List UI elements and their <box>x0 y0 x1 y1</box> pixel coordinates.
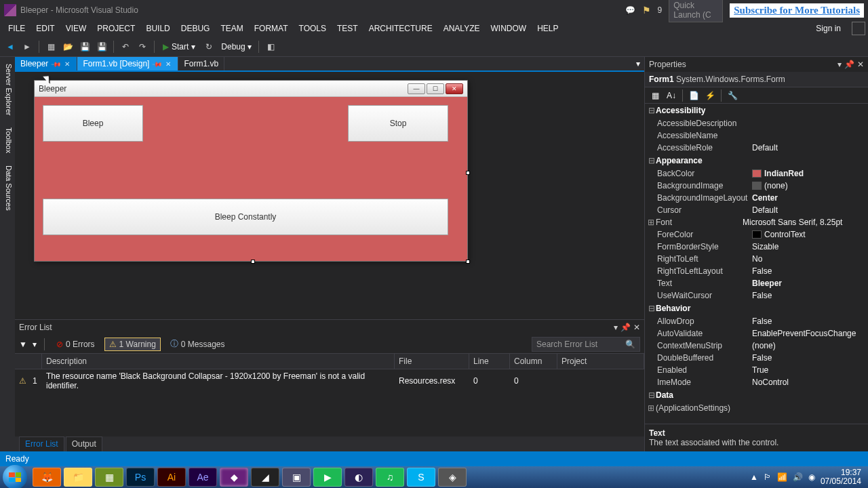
taskbar-eclipse-icon[interactable]: ◐ <box>344 468 373 487</box>
pin-icon[interactable]: 📌 <box>152 58 163 69</box>
filter-messages[interactable]: ⓘ 0 Messages <box>166 337 229 351</box>
error-list-row[interactable]: ⚠ 1 The resource name 'Black Background … <box>15 369 644 392</box>
chevron-down-icon[interactable]: ▾ <box>614 323 618 332</box>
redo-button[interactable]: ↷ <box>135 39 150 54</box>
bottom-tab-error-list[interactable]: Error List <box>19 436 64 451</box>
button-bleep[interactable]: Bleep <box>43 105 143 142</box>
filter-warnings[interactable]: ⚠ 1 Warning <box>104 338 161 351</box>
pin-icon[interactable]: 📌 <box>844 60 854 69</box>
notifications-flag-icon[interactable]: ⚑ <box>642 5 651 16</box>
sign-in-link[interactable]: Sign in <box>810 21 846 36</box>
tab-bleeper[interactable]: Bleeper 📌 ✕ <box>15 57 77 70</box>
tray-icon[interactable]: ◉ <box>808 472 815 482</box>
action-center-icon[interactable]: 🏳 <box>764 472 772 482</box>
undo-button[interactable]: ↶ <box>118 39 133 54</box>
tab-server-explorer[interactable]: Server Explorer <box>0 60 15 119</box>
bottom-tab-output[interactable]: Output <box>66 436 102 451</box>
menu-analyze[interactable]: ANALYZE <box>438 21 486 36</box>
category-data[interactable]: ⊟Data <box>645 388 868 402</box>
taskbar-app2-icon[interactable]: ◈ <box>438 468 467 487</box>
menu-view[interactable]: VIEW <box>60 21 92 36</box>
property-pages-button[interactable]: 🔧 <box>725 89 740 102</box>
menu-file[interactable]: FILE <box>3 21 31 36</box>
taskbar-minecraft-icon[interactable]: ▦ <box>95 468 123 487</box>
properties-object-selector[interactable]: Form1 System.Windows.Forms.Form <box>645 72 868 87</box>
nav-back-button[interactable]: ◄ <box>3 39 18 54</box>
chevron-down-icon[interactable]: ▾ <box>33 340 37 349</box>
taskbar-explorer-icon[interactable]: 📁 <box>64 468 92 487</box>
taskbar-visualstudio-icon[interactable]: ◆ <box>220 468 248 487</box>
tab-toolbox[interactable]: Toolbox <box>0 123 15 157</box>
col-file[interactable]: File <box>395 354 469 369</box>
taskbar-illustrator-icon[interactable]: Ai <box>157 468 186 487</box>
taskbar-skype-icon[interactable]: S <box>407 468 435 487</box>
menu-test[interactable]: TEST <box>332 21 363 36</box>
form-body[interactable]: Bleep Stop Bleep Constantly <box>35 97 467 261</box>
error-list-search-input[interactable]: Search Error List 🔍 <box>532 337 640 352</box>
taskbar-app-icon[interactable]: ▣ <box>282 468 311 487</box>
pin-icon[interactable]: 📌 <box>620 323 631 332</box>
new-project-button[interactable]: ▦ <box>43 39 58 54</box>
close-icon[interactable]: ✕ <box>857 60 864 69</box>
start-button[interactable] <box>3 465 27 488</box>
properties-button[interactable]: 📄 <box>686 89 701 102</box>
config-combo[interactable]: Debug ▾ <box>218 42 254 52</box>
notifications-count[interactable]: 9 <box>658 5 663 15</box>
close-icon[interactable]: ✕ <box>64 60 71 67</box>
open-file-button[interactable]: 📂 <box>60 39 75 54</box>
chevron-down-icon[interactable]: ▾ <box>636 59 640 68</box>
category-accessibility[interactable]: ⊟Accessibility <box>645 104 868 117</box>
tab-form1-vb[interactable]: Form1.vb <box>178 57 224 70</box>
resize-handle[interactable] <box>466 171 470 175</box>
menu-debug[interactable]: DEBUG <box>176 21 216 36</box>
save-button[interactable]: 💾 <box>77 39 92 54</box>
col-line[interactable]: Line <box>469 354 510 369</box>
refresh-button[interactable]: ↻ <box>201 39 216 54</box>
events-button[interactable]: ⚡ <box>703 89 717 102</box>
taskbar-spotify-icon[interactable]: ♫ <box>376 468 404 487</box>
feedback-icon[interactable]: 💬 <box>625 5 635 15</box>
menu-help[interactable]: HELP <box>532 21 564 36</box>
taskbar-media-icon[interactable]: ▶ <box>313 468 342 487</box>
menu-tools[interactable]: TOOLS <box>294 21 332 36</box>
category-appearance[interactable]: ⊟Appearance <box>645 154 868 167</box>
menu-build[interactable]: BUILD <box>140 21 175 36</box>
designer-surface[interactable]: Bleeper — ☐ ✕ Bleep Stop Bleep Constantl… <box>15 72 644 319</box>
taskbar-clock[interactable]: 19:37 07/05/2014 <box>821 468 861 486</box>
pin-icon[interactable]: 📌 <box>51 58 62 69</box>
resize-handle[interactable] <box>466 260 470 264</box>
close-icon[interactable]: ✕ <box>633 323 640 332</box>
resize-handle[interactable] <box>251 260 255 264</box>
layout-button[interactable]: ◧ <box>263 39 278 54</box>
filter-icon[interactable]: ▼ <box>19 340 27 349</box>
menu-window[interactable]: WINDOW <box>485 21 532 36</box>
avatar-icon[interactable] <box>852 22 865 35</box>
col-project[interactable]: Project <box>557 354 644 369</box>
form-designer-window[interactable]: Bleeper — ☐ ✕ Bleep Stop Bleep Constantl… <box>34 80 468 262</box>
category-behavior[interactable]: ⊟Behavior <box>645 302 868 315</box>
button-bleep-constantly[interactable]: Bleep Constantly <box>43 199 448 235</box>
start-debug-button[interactable]: ▶ Start ▾ <box>159 42 199 52</box>
volume-icon[interactable]: 🔊 <box>793 472 803 482</box>
network-icon[interactable]: 📶 <box>777 472 787 482</box>
menu-project[interactable]: PROJECT <box>92 21 140 36</box>
subscribe-link[interactable]: Subscribe for More Tutorials <box>730 3 864 18</box>
taskbar-firefox-icon[interactable]: 🦊 <box>33 468 61 487</box>
tab-form1-design[interactable]: Form1.vb [Design] 📌 ✕ <box>77 57 178 70</box>
menu-architecture[interactable]: ARCHITECTURE <box>363 21 438 36</box>
menu-format[interactable]: FORMAT <box>249 21 294 36</box>
col-description[interactable]: Description <box>42 354 395 369</box>
tab-data-sources[interactable]: Data Sources <box>0 161 15 215</box>
close-icon[interactable]: ✕ <box>165 60 172 67</box>
taskbar-aftereffects-icon[interactable]: Ae <box>189 468 217 487</box>
alphabetical-button[interactable]: A↓ <box>664 89 679 102</box>
save-all-button[interactable]: 💾 <box>94 39 109 54</box>
quick-launch-input[interactable]: Quick Launch (C <box>669 0 723 22</box>
property-grid[interactable]: ⊟Accessibility AccessibleDescription Acc… <box>645 104 868 424</box>
system-tray[interactable]: ▲ 🏳 📶 🔊 ◉ 19:37 07/05/2014 <box>750 468 865 486</box>
taskbar-photoshop-icon[interactable]: Ps <box>126 468 155 487</box>
chevron-down-icon[interactable]: ▾ <box>837 60 842 69</box>
menu-team[interactable]: TEAM <box>215 21 248 36</box>
show-hidden-icon[interactable]: ▲ <box>750 472 758 482</box>
button-stop[interactable]: Stop <box>348 105 448 142</box>
